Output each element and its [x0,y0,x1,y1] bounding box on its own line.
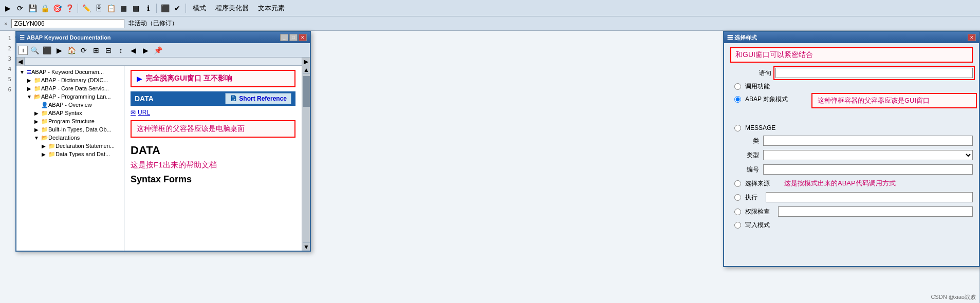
tree-hscroll: ◀ ▶ [16,58,310,66]
doc-collapse-icon[interactable]: ⊟ [103,45,114,56]
doc-search-icon[interactable]: 🔍 [29,45,40,56]
scroll-thumb[interactable] [303,76,310,107]
tree-item-dict[interactable]: ▶ 📁 ABAP - Dictionary (DDIC... [17,76,123,84]
tree-item-builtin[interactable]: ▶ 📁 Built-In Types, Data Ob... [17,125,123,134]
doc-icon: ☰ [20,34,25,41]
close-button[interactable]: ✕ [299,34,307,41]
url-link[interactable]: ✉ URL [131,109,150,116]
doc-fwd-icon[interactable]: ▶ [53,45,65,56]
yuanju-input[interactable] [775,68,973,78]
local-object-icon[interactable]: 🔒 [39,3,50,14]
tree-item-prog-lang[interactable]: ▼ 📂 ABAP - Programming Lan... [17,92,123,101]
tree-folder-icon-7: 📁 [41,118,48,125]
nav-icon-2[interactable]: ⟳ [14,3,26,14]
scroll-left-icon[interactable]: ◀ [16,58,25,66]
sep3 [186,4,186,13]
hscroll-track[interactable] [25,58,302,65]
abap-mode-radio[interactable] [734,96,741,103]
doc-content[interactable]: ▶ 完全脱离GUI窗口 互不影响 DATA 🖹 Short Reference [124,66,302,251]
scroll-right-icon[interactable]: ▶ [302,58,310,66]
tree-folder-open-icon-2: 📂 [41,135,48,141]
data-label: DATA [135,94,154,103]
tree-folder-icon: ▶ [26,77,33,84]
minimize-button[interactable]: _ [280,34,288,41]
tree-panel[interactable]: ▼ ☰ ABAP - Keyword Documen... ▶ 📁 ABAP -… [16,66,124,251]
menu-beautifier[interactable]: 程序美化器 [211,3,253,14]
quanxian-input[interactable] [778,206,973,217]
doc-info-icon[interactable]: i [19,46,28,55]
xuanze-radio[interactable] [734,180,741,187]
program-name-input[interactable] [11,19,124,28]
tree-folder-icon-6: ▶ [33,118,40,125]
tree-folder-icon-12: ▶ [40,150,47,158]
message-radio[interactable] [734,125,741,131]
zhixing-label: 执行 [745,193,757,202]
zhixing-row: 执行 [734,192,973,202]
help-icon[interactable]: ❓ [64,3,75,14]
tree-item-decl-stmt[interactable]: ▶ 📁 Declaration Statemen... [17,142,123,150]
tree-folder-icon-11: 📁 [48,143,56,149]
tree-item-data-types[interactable]: ▶ 📁 Data Types and Dat... [17,150,123,158]
maximize-button[interactable]: □ [289,34,298,41]
tree-item-core[interactable]: ▶ 📁 ABAP - Core Data Servic... [17,84,123,92]
tree-folder-icon-9: 📁 [41,126,48,133]
info-icon[interactable]: ℹ [142,3,154,14]
zhixing-radio[interactable] [734,194,741,201]
abap-doc-title: ☰ ABAP Keyword Documentation [20,34,111,41]
red-icon[interactable]: ⬛ [159,3,171,14]
table-icon[interactable]: ▤ [130,3,141,14]
tree-item-overview[interactable]: 👤 ABAP - Overview [17,101,123,109]
db-icon[interactable]: 🗄 [93,3,104,14]
xuanze-row: 选择来源 这是按模式出来的ABAP代码调用方式 [734,179,973,188]
menu-text-elements[interactable]: 文本元素 [254,3,289,14]
lei-label: 类 [738,137,759,145]
tree-item-abap-kw[interactable]: ▼ ☰ ABAP - Keyword Documen... [17,68,123,76]
tree-item-syntax[interactable]: ▶ 📁 ABAP Syntax [17,109,123,117]
doc-arrows-icon[interactable]: ↕ [115,45,126,56]
tree-kw-icon: ☰ [27,69,31,75]
tree-item-prog-struct[interactable]: ▶ 📁 Program Structure [17,117,123,125]
tree-folder-icon-4: ▶ [33,109,40,117]
panel-close-button[interactable]: ✕ [968,34,976,41]
menu-mode[interactable]: 模式 [189,3,210,14]
quanxian-label: 权限检查 [745,207,770,216]
leixing-label: 类型 [738,151,759,160]
diaoyong-radio[interactable] [734,83,741,90]
go-back-icon[interactable]: ▶ [2,3,13,14]
leixing-row: 类型 [738,150,973,160]
short-reference-button[interactable]: 🖹 Short Reference [225,93,291,104]
panel-content: 和GUI窗口可以紧密结合 语句 调用功能 ABAP 对象模式 [724,43,979,266]
pencil-icon[interactable]: ✏️ [81,3,92,14]
data-big-title: DATA [131,144,295,157]
quanxian-radio[interactable] [734,209,741,215]
lei-input[interactable] [763,136,973,146]
panel-annot-right-text: 这种弹框容器的父容器应该是GUI窗口 [818,97,930,104]
tree-folder-icon-3: 📁 [34,85,41,92]
leixing-select[interactable] [763,150,973,160]
annotation-box-bottom: 这种弹框的父容器应该是电脑桌面 [131,120,295,138]
grid-icon[interactable]: ▦ [118,3,129,14]
address-bar: × 非活动（已修订） [0,16,980,31]
scroll-down-btn[interactable]: ▼ [303,242,310,251]
tree-item-label: ABAP Syntax [48,110,82,116]
scroll-up-btn[interactable]: ▲ [303,66,310,74]
tree-item-decl[interactable]: ▼ 📂 Declarations [17,134,123,142]
doc-pin-icon[interactable]: 📌 [152,45,163,56]
window-controls: _ □ ✕ [280,34,307,41]
save-icon[interactable]: 💾 [27,3,38,14]
bianhao-input[interactable] [763,164,973,175]
message-row: MESSAGE [734,124,973,131]
doc-next-icon[interactable]: ▶ [140,45,151,56]
xieru-radio[interactable] [734,222,741,229]
copy-icon[interactable]: 📋 [105,3,117,14]
tree-item-label: ABAP - Dictionary (DDIC... [41,77,108,83]
doc-prev-icon[interactable]: ◀ [127,45,139,56]
doc-back-icon[interactable]: ⬛ [41,45,52,56]
target-icon[interactable]: 🎯 [51,3,63,14]
zhixing-input[interactable] [766,192,973,202]
doc-refresh-icon[interactable]: ⟳ [78,45,89,56]
check-icon[interactable]: ✔ [172,3,183,14]
doc-expand-icon[interactable]: ⊞ [90,45,102,56]
doc-scrollbar[interactable]: ▲ ▼ [302,66,310,251]
doc-home-icon[interactable]: 🏠 [66,45,77,56]
